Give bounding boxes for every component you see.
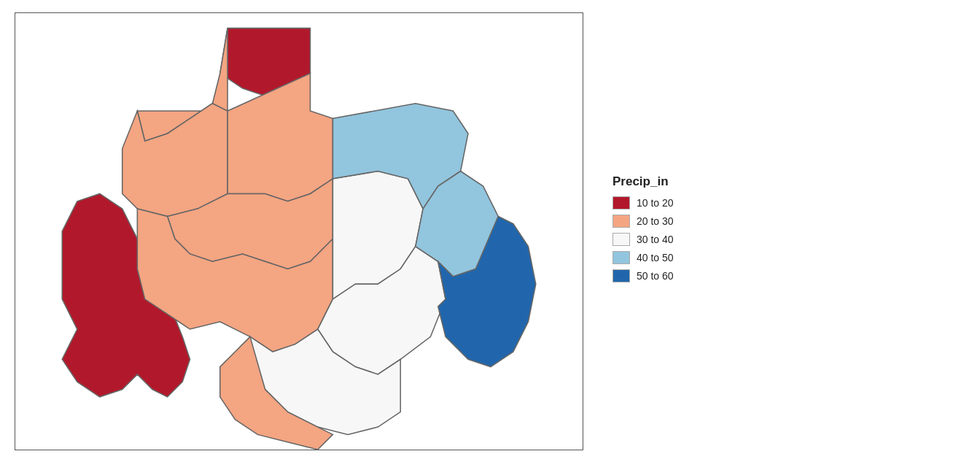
main-container: Precip_in 10 to 2020 to 3030 to 4040 to …	[0, 0, 980, 462]
legend-title: Precip_in	[612, 174, 669, 189]
legend-label: 30 to 40	[637, 234, 674, 245]
region-panhandle-lower-right	[228, 73, 332, 201]
legend-item: 30 to 40	[612, 233, 674, 246]
legend-label: 50 to 60	[637, 270, 674, 282]
legend-item: 20 to 30	[612, 215, 674, 228]
texas-map-svg	[15, 13, 583, 450]
legend-swatch	[612, 269, 630, 282]
legend-label: 20 to 30	[637, 215, 674, 227]
legend-item: 50 to 60	[612, 269, 674, 282]
legend-swatch	[612, 251, 630, 264]
legend-swatch	[612, 233, 630, 246]
legend-label: 10 to 20	[637, 197, 674, 209]
legend-panel: Precip_in 10 to 2020 to 3030 to 4040 to …	[598, 167, 744, 295]
legend-label: 40 to 50	[637, 252, 674, 263]
map-panel	[15, 12, 583, 450]
legend-swatch	[612, 196, 630, 209]
legend-item: 40 to 50	[612, 251, 674, 264]
legend-item: 10 to 20	[612, 196, 674, 209]
legend-swatch	[612, 215, 630, 228]
